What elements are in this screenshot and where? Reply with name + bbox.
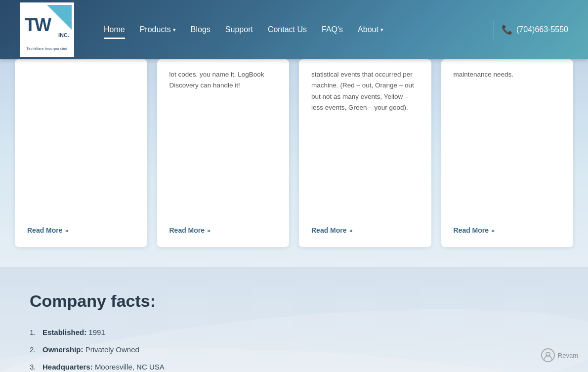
card-4: maintenance needs. Read More » xyxy=(441,59,574,247)
nav-about[interactable]: About ▾ xyxy=(358,23,383,37)
card-2-read-more-label: Read More xyxy=(169,226,205,234)
fact-value-3: Mooresville, NC USA xyxy=(95,363,165,371)
logo-inc-text: INC. xyxy=(58,32,69,38)
company-facts-title: Company facts: xyxy=(30,291,558,311)
card-1: Read More » xyxy=(15,59,147,247)
card-3-text: statistical events that occurred per mac… xyxy=(311,71,414,111)
card-2-content: lot codes, you name it, LogBook Discover… xyxy=(169,69,277,91)
fact-num-1: 1. xyxy=(30,328,40,336)
fact-item-established: 1. Established: 1991 xyxy=(30,328,558,336)
nav-contact-label: Contact Us xyxy=(268,25,307,34)
card-3-footer: Read More » xyxy=(311,221,419,235)
cards-row: Read More » lot codes, you name it, LogB… xyxy=(15,59,573,247)
card-2: lot codes, you name it, LogBook Discover… xyxy=(157,59,290,247)
fact-label-3: Headquarters: xyxy=(42,363,93,371)
card-4-footer: Read More » xyxy=(454,221,561,235)
facts-list: 1. Established: 1991 2. Ownership: Priva… xyxy=(30,328,558,372)
card-4-read-more-label: Read More xyxy=(454,226,489,234)
cards-section: Read More » lot codes, you name it, LogB… xyxy=(0,59,588,267)
card-2-footer: Read More » xyxy=(169,221,277,235)
logo[interactable]: TW INC. TechWare Incorporated xyxy=(20,2,74,57)
logo-triangle xyxy=(47,5,72,30)
card-2-read-more[interactable]: Read More » xyxy=(169,226,211,234)
fact-label-2: Ownership: xyxy=(42,345,84,354)
nav-home-label: Home xyxy=(104,25,125,34)
nav-about-label: About xyxy=(358,25,378,34)
chevrons-icon: » xyxy=(65,227,69,234)
nav-phone[interactable]: 📞 (704)663-5550 xyxy=(502,24,568,35)
nav-products[interactable]: Products ▾ xyxy=(140,23,176,37)
fact-item-headquarters: 3. Headquarters: Mooresville, NC USA xyxy=(30,363,558,371)
card-1-read-more[interactable]: Read More » xyxy=(27,226,69,234)
nav-products-label: Products xyxy=(140,25,171,34)
chevron-down-icon-about: ▾ xyxy=(380,27,383,33)
chevrons-icon-2: » xyxy=(207,227,210,234)
fact-num-3: 3. xyxy=(30,363,40,371)
chevron-down-icon: ▾ xyxy=(173,27,176,33)
card-3-content: statistical events that occurred per mac… xyxy=(311,69,419,113)
nav-links: Home Products ▾ Blogs Support Contact Us… xyxy=(104,23,486,37)
nav-home[interactable]: Home xyxy=(104,23,125,37)
card-4-read-more[interactable]: Read More » xyxy=(454,226,495,234)
card-1-read-more-label: Read More xyxy=(27,226,63,234)
nav-faqs[interactable]: FAQ's xyxy=(322,23,343,37)
revam-label: Revam xyxy=(558,352,578,359)
nav-blogs[interactable]: Blogs xyxy=(191,23,210,37)
nav-support[interactable]: Support xyxy=(225,23,253,37)
nav-support-label: Support xyxy=(225,25,253,34)
phone-number: (704)663-5550 xyxy=(516,25,568,34)
logo-tw-text: TW xyxy=(25,15,50,36)
fact-value-1: 1991 xyxy=(88,328,105,336)
chevrons-icon-4: » xyxy=(491,227,495,234)
chevrons-icon-3: » xyxy=(349,227,353,234)
card-1-footer: Read More » xyxy=(27,221,135,235)
card-4-text: maintenance needs. xyxy=(454,71,514,78)
nav-divider xyxy=(494,20,494,40)
nav-blogs-label: Blogs xyxy=(191,25,210,34)
card-3: statistical events that occurred per mac… xyxy=(299,59,431,247)
company-facts-section: Company facts: 1. Established: 1991 2. O… xyxy=(0,267,588,372)
navbar: TW INC. TechWare Incorporated Home Produ… xyxy=(0,0,588,59)
nav-faqs-label: FAQ's xyxy=(322,25,343,34)
fact-num-2: 2. xyxy=(30,345,40,354)
card-2-text: lot codes, you name it, LogBook Discover… xyxy=(169,71,264,89)
nav-contact-us[interactable]: Contact Us xyxy=(268,23,307,37)
card-4-content: maintenance needs. xyxy=(454,69,561,80)
card-3-read-more-label: Read More xyxy=(311,226,347,234)
fact-item-ownership: 2. Ownership: Privately Owned xyxy=(30,345,558,354)
fact-value-2: Privately Owned xyxy=(85,345,139,354)
logo-subtext: TechWare Incorporated xyxy=(22,47,72,50)
card-3-read-more[interactable]: Read More » xyxy=(311,226,353,234)
phone-icon: 📞 xyxy=(502,24,512,35)
card-1-content xyxy=(27,69,135,80)
fact-label-1: Established: xyxy=(42,328,86,336)
